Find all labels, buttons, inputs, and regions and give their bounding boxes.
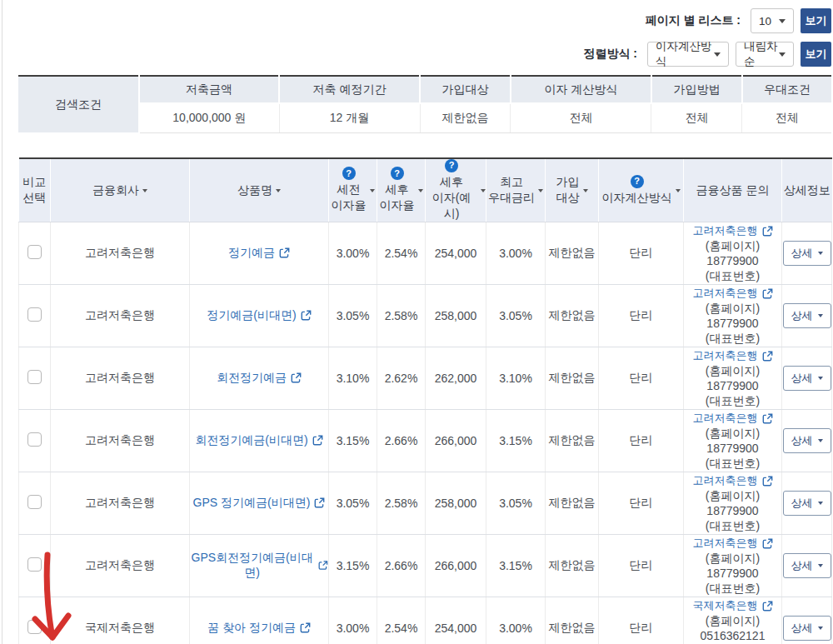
max-preferential-rate-cell: 3.05% [486, 284, 546, 347]
chevron-down-icon [779, 19, 786, 23]
page-size-label: 페이지 별 리스트 : [646, 13, 741, 28]
after-tax-rate-cell: 2.62% [377, 347, 426, 409]
column-header-10: 상세정보 [782, 158, 832, 222]
detail-button[interactable]: 상세 [783, 366, 831, 391]
contact-channel: (홈페이지) [684, 363, 781, 378]
contact-cell: 고려저축은행(홈페이지)18779900(대표번호) [684, 409, 782, 472]
detail-button[interactable]: 상세 [783, 553, 831, 578]
eligibility-cell: 제한없음 [546, 409, 599, 472]
chevron-down-icon [818, 314, 823, 317]
contact-phone: 0516362121 [684, 628, 781, 643]
product-cell: GPS 정기예금(비대면) [190, 472, 329, 534]
help-icon[interactable]: ? [342, 167, 356, 180]
contact-phone-type: (대표번호) [684, 393, 781, 408]
search-conditions-title: 검색조건 [18, 76, 139, 132]
eligibility-cell: 제한없음 [546, 284, 599, 347]
column-header-1[interactable]: 금융회사 [51, 158, 190, 222]
contact-bank-link[interactable]: 고려저축은행 [693, 348, 773, 363]
after-tax-interest-cell: 254,000 [426, 597, 486, 644]
compare-checkbox[interactable] [27, 245, 42, 259]
help-icon[interactable]: ? [445, 159, 458, 172]
sort-caret-icon [142, 189, 147, 192]
product-link[interactable]: 정기예금 [228, 246, 290, 261]
sorting-label: 정렬방식 : [583, 47, 637, 62]
product-cell: 정기예금 [190, 222, 329, 284]
sort-method-select[interactable]: 이자계산방식 [647, 42, 729, 67]
column-header-8[interactable]: ?이자계산방식 [599, 158, 684, 222]
contact-bank-link[interactable]: 고려저축은행 [693, 223, 773, 238]
detail-button[interactable]: 상세 [783, 491, 831, 516]
detail-cell: 상세 [782, 284, 832, 347]
sorting-view-button[interactable]: 보기 [801, 42, 831, 67]
compare-checkbox[interactable] [27, 495, 42, 509]
detail-button[interactable]: 상세 [783, 616, 831, 641]
product-link[interactable]: GPS 정기예금(비대면) [193, 496, 326, 511]
compare-cell [19, 222, 51, 284]
product-link[interactable]: 회전정기예금 [217, 371, 302, 386]
contact-phone-type: (대표번호) [684, 268, 781, 283]
column-header-4[interactable]: ?세후이자율 [377, 158, 426, 222]
compare-cell [19, 347, 51, 409]
products-table: 비교선택금융회사상품명?세전이자율?세후이자율?세후이자(예시)최고우대금리가입… [18, 157, 832, 644]
compare-checkbox[interactable] [27, 432, 42, 447]
chevron-down-icon [714, 52, 721, 57]
compare-cell [19, 534, 51, 597]
chevron-down-icon [818, 502, 823, 505]
company-cell: 고려저축은행 [51, 284, 190, 347]
interest-method-cell: 단리 [599, 347, 684, 409]
condition-value-preferential: 전체 [742, 103, 831, 132]
max-preferential-rate-cell: 3.00% [486, 597, 546, 644]
column-header-5[interactable]: ?세후이자(예시) [426, 158, 486, 222]
interest-method-cell: 단리 [599, 222, 684, 284]
detail-button[interactable]: 상세 [783, 303, 831, 328]
external-link-icon [312, 435, 323, 446]
max-preferential-rate-cell: 3.15% [486, 409, 546, 472]
compare-checkbox[interactable] [27, 370, 42, 384]
condition-label-interest-method: 이자 계산방식 [511, 76, 651, 103]
company-cell: 국제저축은행 [51, 597, 190, 644]
contact-bank-link[interactable]: 국제저축은행 [693, 598, 773, 613]
company-cell: 고려저축은행 [51, 347, 190, 409]
compare-checkbox[interactable] [27, 557, 42, 572]
contact-channel: (홈페이지) [684, 426, 781, 441]
contact-channel: (홈페이지) [684, 301, 781, 316]
product-link[interactable]: GPS회전정기예금(비대면) [190, 551, 328, 581]
external-link-icon [762, 601, 773, 612]
max-preferential-rate-cell: 3.15% [486, 534, 546, 597]
column-header-7[interactable]: 가입대상 [546, 158, 599, 222]
pre-tax-rate-cell: 3.15% [329, 534, 377, 597]
external-link-icon [762, 288, 773, 299]
column-header-2[interactable]: 상품명 [190, 158, 329, 222]
page-size-select[interactable]: 10 [751, 8, 794, 33]
detail-button[interactable]: 상세 [783, 428, 831, 453]
column-header-3[interactable]: ?세전이자율 [329, 158, 377, 222]
external-link-icon [762, 351, 773, 362]
contact-bank-link[interactable]: 고려저축은행 [693, 473, 773, 488]
detail-cell: 상세 [782, 472, 832, 534]
help-icon[interactable]: ? [391, 167, 404, 180]
compare-checkbox[interactable] [27, 620, 42, 634]
after-tax-interest-cell: 258,000 [426, 472, 486, 534]
after-tax-interest-cell: 254,000 [426, 222, 486, 284]
contact-bank-link[interactable]: 고려저축은행 [693, 411, 773, 426]
page-size-value: 10 [759, 15, 771, 27]
product-cell: 회전정기예금 [190, 347, 329, 409]
help-icon[interactable]: ? [631, 175, 644, 188]
detail-button[interactable]: 상세 [783, 241, 831, 266]
max-preferential-rate-cell: 3.05% [486, 472, 546, 534]
detail-cell: 상세 [782, 222, 832, 284]
product-link[interactable]: 꿈 찾아 정기예금 [207, 621, 311, 636]
contact-channel: (홈페이지) [684, 551, 781, 566]
column-header-6[interactable]: 최고우대금리 [486, 158, 546, 222]
contact-channel: (홈페이지) [684, 238, 781, 253]
page-size-view-button[interactable]: 보기 [801, 8, 831, 33]
sort-order-select[interactable]: 내림차순 [736, 42, 794, 67]
product-link[interactable]: 정기예금(비대면) [207, 308, 311, 323]
contact-bank-link[interactable]: 고려저축은행 [693, 536, 773, 551]
after-tax-interest-cell: 266,000 [426, 534, 486, 597]
after-tax-rate-cell: 2.54% [377, 222, 426, 284]
contact-cell: 고려저축은행(홈페이지)18779900(대표번호) [684, 472, 782, 534]
compare-checkbox[interactable] [27, 307, 42, 322]
product-link[interactable]: 회전정기예금(비대면) [195, 433, 322, 448]
contact-bank-link[interactable]: 고려저축은행 [693, 286, 773, 301]
